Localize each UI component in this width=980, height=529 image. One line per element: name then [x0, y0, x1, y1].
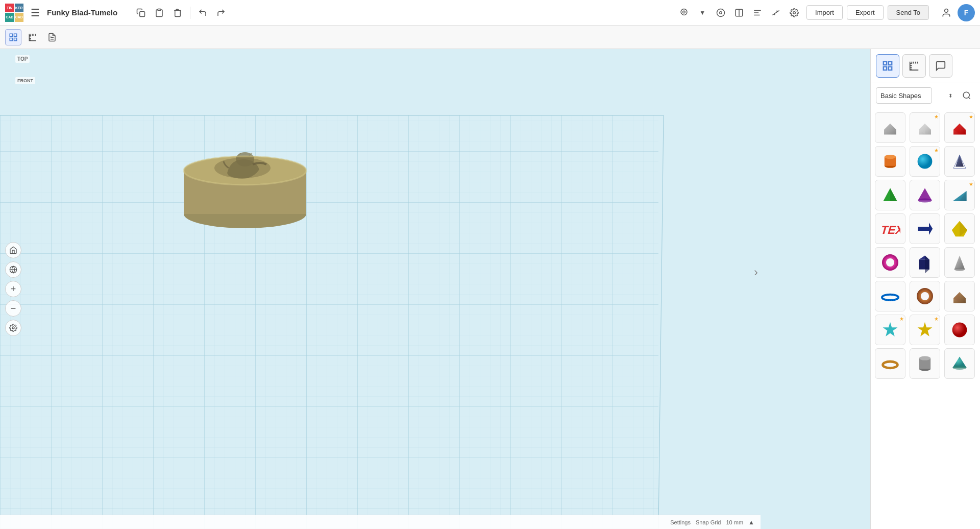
settings2-button[interactable]	[786, 5, 802, 21]
category-select[interactable]: Basic Shapes Letters Math Text Featured	[876, 87, 932, 104]
svg-rect-36	[884, 67, 887, 70]
panel-search-button[interactable]	[959, 87, 975, 104]
shape-sphere-blue[interactable]: ★	[910, 146, 940, 177]
shape-cone-purple[interactable]	[910, 180, 940, 210]
svg-marker-50	[955, 154, 964, 166]
svg-point-3	[717, 9, 725, 16]
svg-point-78	[883, 362, 898, 368]
ruler-button[interactable]	[768, 5, 784, 21]
mirror-button[interactable]	[731, 5, 747, 21]
zoom-in-button[interactable]: +	[5, 281, 21, 297]
shape-wedge-teal[interactable]: ★	[944, 180, 975, 210]
svg-point-48	[885, 155, 896, 159]
select-arrow-icon: ⬍	[948, 93, 952, 99]
svg-rect-34	[884, 62, 887, 65]
shape-torus-brown[interactable]	[910, 281, 940, 311]
send-to-button[interactable]: Send To	[888, 5, 929, 20]
svg-point-38	[963, 92, 969, 98]
user-area: F	[938, 4, 975, 21]
shape-arrow-navy[interactable]	[910, 213, 940, 244]
shape-cylinder-orange[interactable]	[875, 146, 905, 177]
redo-button[interactable]	[213, 5, 229, 21]
category-select-wrapper: Basic Shapes Letters Math Text Featured …	[876, 87, 955, 104]
view-home-button[interactable]	[676, 5, 692, 21]
user-menu-button[interactable]	[938, 5, 954, 21]
ruler-view-button[interactable]	[24, 29, 41, 45]
svg-point-55	[918, 198, 932, 202]
shape-ring-blue[interactable]	[875, 281, 905, 311]
shape-star-yellow[interactable]: ★	[910, 315, 940, 345]
shape-text-red[interactable]: TEXT	[875, 213, 905, 244]
shape-cone-silver[interactable]	[944, 247, 975, 278]
snap-button[interactable]	[713, 5, 729, 21]
view-icons-toolbar: ▼	[676, 5, 802, 21]
panel-note-button[interactable]	[929, 54, 952, 78]
shape-dark[interactable]	[944, 146, 975, 177]
undo-button[interactable]	[194, 5, 211, 21]
shape-pyramid-green[interactable]	[875, 180, 905, 210]
secondary-toolbar	[0, 26, 980, 49]
panel-grid-button[interactable]	[876, 54, 899, 78]
svg-point-49	[918, 154, 933, 169]
notes-view-button[interactable]	[44, 29, 60, 45]
svg-point-68	[954, 268, 965, 271]
align-button[interactable]	[749, 5, 766, 21]
shape-teal2[interactable]	[944, 348, 975, 379]
svg-rect-1	[158, 9, 161, 10]
star-badge: ★	[899, 316, 904, 322]
shape-cylinder-gray[interactable]	[910, 348, 940, 379]
svg-point-72	[921, 292, 929, 300]
main-area: TOP FRONT + −	[0, 49, 980, 529]
star-badge: ★	[969, 181, 973, 187]
svg-point-2	[683, 11, 685, 13]
shape-torus-pink[interactable]	[875, 247, 905, 278]
svg-point-13	[945, 9, 948, 12]
panel-toggle-chevron[interactable]: ›	[754, 265, 758, 279]
shape-box-brown[interactable]	[944, 281, 975, 311]
zoom-out-button[interactable]: −	[5, 300, 21, 317]
svg-rect-35	[889, 62, 892, 65]
copy-button[interactable]	[133, 5, 149, 21]
snap-grid-dropdown[interactable]: ▲	[748, 519, 754, 526]
home-view-button[interactable]	[5, 242, 21, 258]
settings-label: Settings	[670, 519, 691, 525]
shape-sphere-red[interactable]	[944, 315, 975, 345]
right-toolbar: ▼ Import Export Send To F	[660, 4, 975, 21]
paste-button[interactable]	[151, 5, 167, 21]
view-label-top: TOP	[15, 55, 30, 63]
orbit-button[interactable]	[5, 261, 21, 278]
hamburger-icon[interactable]: ☰	[29, 5, 42, 21]
logo-tin: TIN	[5, 4, 14, 13]
3d-model[interactable]	[174, 104, 316, 239]
panel-ruler-button[interactable]	[902, 54, 926, 78]
svg-rect-37	[889, 67, 892, 70]
view-dropdown-button[interactable]: ▼	[694, 5, 710, 21]
star-badge: ★	[969, 114, 973, 119]
export-button[interactable]: Export	[847, 5, 884, 20]
canvas-area[interactable]: TOP FRONT + −	[0, 49, 870, 529]
avatar[interactable]: F	[958, 4, 975, 21]
svg-line-39	[968, 97, 970, 99]
svg-point-81	[919, 356, 930, 360]
svg-marker-22	[0, 115, 658, 529]
shape-star-teal[interactable]: ★	[875, 315, 905, 345]
shape-ring-gold[interactable]	[875, 348, 905, 379]
shape-cube-navy[interactable]	[910, 247, 940, 278]
app-logo: TIN KER CAD CAD	[5, 4, 23, 22]
svg-marker-76	[918, 322, 933, 336]
snap-grid-value: 10 mm	[726, 519, 743, 525]
svg-point-12	[793, 11, 796, 14]
shape-box-gray[interactable]	[875, 112, 905, 143]
shape-box-red[interactable]: ★	[944, 112, 975, 143]
delete-button[interactable]	[169, 5, 186, 21]
import-button[interactable]: Import	[806, 5, 843, 20]
logo-cad1: CAD	[5, 13, 14, 22]
shape-box-light[interactable]: ★	[910, 112, 940, 143]
shape-diamond-yellow[interactable]	[944, 213, 975, 244]
toolbar-separator	[190, 7, 190, 19]
svg-text:TEXT: TEXT	[880, 224, 900, 236]
svg-rect-17	[14, 38, 17, 40]
settings-button[interactable]	[5, 320, 21, 336]
svg-point-26	[12, 327, 14, 329]
grid-view-button[interactable]	[5, 29, 21, 45]
